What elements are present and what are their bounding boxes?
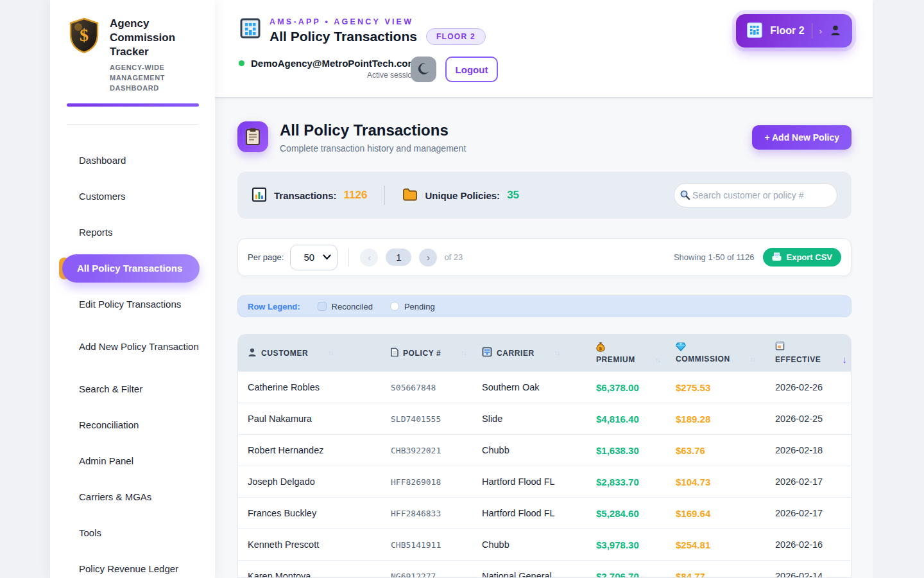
cell-customer: Paul Nakamura [238, 414, 391, 424]
page-subtitle: Complete transaction history and managem… [280, 143, 466, 153]
cell-premium: $6,378.00 [596, 382, 676, 393]
user-email: DemoAgency@MetroPointTech.com [251, 58, 416, 69]
cell-policy-number: CHB3922021 [391, 446, 482, 455]
online-status-dot [239, 60, 244, 66]
divider [384, 186, 385, 205]
cell-effective-date: 2026-02-17 [775, 508, 851, 518]
cell-effective-date: 2026-02-18 [775, 445, 851, 455]
divider [812, 23, 812, 39]
sidebar-nav-item[interactable]: Search & Filter [64, 371, 201, 407]
cell-customer: Frances Buckley [238, 508, 391, 518]
cell-commission: $63.76 [676, 445, 775, 456]
brand-subtitle: AGENCY-WIDE MANAGEMENT DASHBOARD [110, 63, 202, 94]
table-row[interactable]: Frances Buckley HFF2846833 Hartford Floo… [238, 497, 851, 529]
brand-accent-bar [67, 103, 199, 107]
table-row[interactable]: Catherine Robles S05667848 Southern Oak … [238, 371, 851, 403]
sidebar-nav-item[interactable]: Customers [64, 179, 201, 215]
sidebar-nav: Dashboard Customers Reports All Policy T… [50, 143, 215, 578]
export-csv-button[interactable]: Export CSV [763, 248, 841, 267]
column-header-carrier[interactable]: CARRIER ↑↓ [482, 347, 596, 359]
sidebar-nav-item[interactable]: All Policy Transactions [62, 254, 200, 283]
reconciled-label: Reconciled [332, 302, 373, 311]
cell-customer: Kenneth Prescott [238, 539, 391, 550]
cell-policy-number: CHB5141911 [391, 540, 482, 550]
table-row[interactable]: Kenneth Prescott CHB5141911 Chubb $3,978… [238, 529, 851, 560]
dark-mode-toggle-button[interactable] [411, 57, 436, 82]
session-status-text: Active session [239, 71, 416, 80]
person-icon [248, 347, 257, 359]
sidebar-nav-item[interactable]: Tools [64, 515, 201, 551]
sidebar-nav-item[interactable]: Edit Policy Transactions [64, 286, 201, 322]
cell-policy-number: SLD7401555 [391, 414, 482, 424]
app-eyebrow: AMS-APP • AGENCY VIEW [270, 17, 413, 26]
sidebar-nav-item-label: Carriers & MGAs [79, 491, 151, 504]
per-page-select-wrap: 50 [290, 245, 338, 270]
sidebar-nav-item-label: Search & Filter [79, 383, 142, 396]
column-header-commission[interactable]: COMMISSION↑↓ [676, 342, 775, 363]
sidebar-nav-item[interactable]: Reports [64, 215, 201, 250]
cell-premium: $5,284.60 [596, 508, 676, 519]
sidebar-nav-item[interactable]: Dashboard [64, 143, 201, 179]
cell-commission: $169.64 [676, 508, 775, 519]
column-header-effective[interactable]: EFFECTIVE↓ [775, 341, 851, 365]
table-row[interactable]: Karen Montoya NG6912277 National General… [238, 560, 851, 578]
export-tray-icon [772, 252, 782, 263]
cell-effective-date: 2026-02-16 [775, 539, 851, 550]
transactions-stat: Transactions: 1126 [252, 187, 367, 204]
sidebar-nav-item[interactable]: Admin Panel [64, 443, 201, 479]
gem-icon [676, 342, 686, 353]
unique-policies-value: 35 [507, 189, 519, 202]
cell-customer: Catherine Robles [238, 382, 391, 392]
sidebar: $ Agency Commission Tracker AGENCY-WIDE … [50, 0, 215, 578]
svg-text:$: $ [80, 25, 89, 45]
building-icon [482, 347, 492, 359]
folder-icon [402, 188, 418, 204]
current-page-button[interactable]: 1 [386, 249, 411, 266]
calendar-icon [775, 341, 785, 353]
sort-icon: ↑↓ [461, 349, 466, 356]
export-csv-label: Export CSV [786, 252, 832, 262]
row-legend: Row Legend: Reconciled Pending [237, 295, 851, 317]
page-title: All Policy Transactions [280, 121, 449, 139]
next-page-button[interactable]: › [419, 249, 437, 267]
cell-policy-number: NG6912277 [391, 572, 482, 578]
sidebar-divider [67, 124, 199, 125]
column-header-premium[interactable]: $ PREMIUM↑↓ [596, 342, 676, 364]
cell-carrier: Chubb [482, 445, 596, 455]
table-row[interactable]: Robert Hernandez CHB3922021 Chubb $1,638… [238, 434, 851, 466]
per-page-select[interactable]: 50 [290, 245, 338, 270]
table-row[interactable]: Paul Nakamura SLD7401555 Slide $4,816.40… [238, 403, 851, 434]
sidebar-nav-item-label: Admin Panel [79, 455, 133, 468]
sidebar-nav-item[interactable]: Policy Revenue Ledger [64, 551, 201, 578]
pagination-bar: Per page: 50 ‹ 1 › of 23 Showing 1-50 of… [237, 238, 851, 276]
column-header-customer[interactable]: CUSTOMER ↑↓ [238, 347, 391, 359]
sidebar-nav-item-label: Dashboard [79, 154, 126, 167]
cell-carrier: Southern Oak [482, 382, 596, 392]
search-input[interactable] [674, 183, 837, 207]
column-header-policy[interactable]: POLICY # ↑↓ [391, 347, 482, 359]
cell-customer: Robert Hernandez [238, 445, 391, 455]
cell-carrier: Slide [482, 414, 596, 424]
prev-page-button[interactable]: ‹ [360, 249, 378, 267]
floor-switcher-label: Floor 2 [770, 25, 804, 37]
cell-carrier: Chubb [482, 539, 596, 550]
sidebar-nav-item[interactable]: Add New Policy Transaction [64, 322, 201, 371]
sidebar-nav-item[interactable]: Carriers & MGAs [64, 479, 201, 515]
chevron-right-icon: › [819, 26, 822, 36]
cell-carrier: Hartford Flood FL [482, 477, 596, 487]
cell-commission: $104.73 [676, 477, 775, 487]
row-legend-label: Row Legend: [248, 302, 300, 311]
cell-effective-date: 2026-02-25 [775, 414, 851, 424]
cell-effective-date: 2026-02-26 [775, 382, 851, 392]
floor-switcher-button[interactable]: Floor 2 › [736, 14, 852, 48]
logout-button[interactable]: Logout [445, 57, 498, 82]
add-new-policy-button[interactable]: + Add New Policy [752, 125, 851, 150]
app-root: $ Agency Commission Tracker AGENCY-WIDE … [0, 0, 924, 578]
cell-effective-date: 2026-02-17 [775, 477, 851, 487]
reconciled-swatch [318, 302, 327, 311]
brand: $ Agency Commission Tracker AGENCY-WIDE … [50, 0, 215, 94]
table-row[interactable]: Joseph Delgado HFF8269018 Hartford Flood… [238, 466, 851, 497]
transactions-label: Transactions: [274, 190, 337, 201]
page-count-label: of 23 [444, 252, 463, 262]
sidebar-nav-item[interactable]: Reconciliation [64, 407, 201, 443]
